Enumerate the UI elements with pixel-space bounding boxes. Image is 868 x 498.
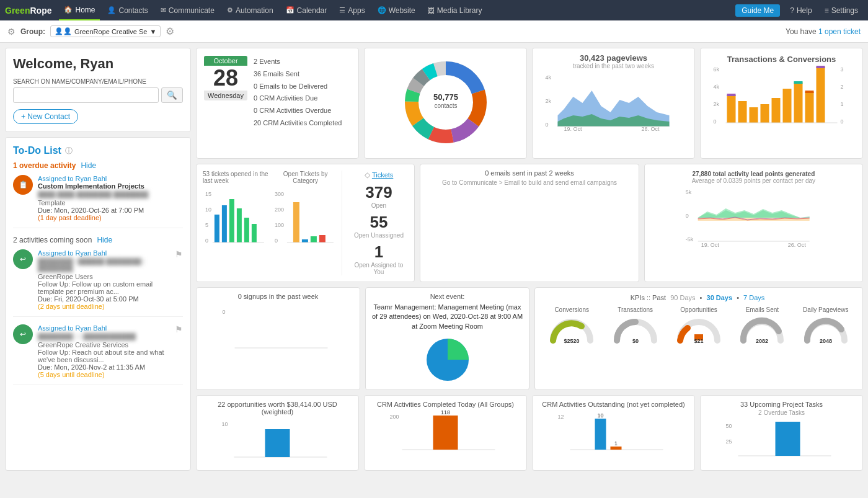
svg-text:0: 0 [841, 118, 844, 125]
nav-help[interactable]: ? Help [785, 0, 817, 20]
upcoming-link-1[interactable]: Assigned to Ryan Bahl [38, 249, 170, 257]
kpi-emails-gauge: 2082 [737, 316, 787, 347]
svg-rect-38 [817, 67, 825, 123]
svg-text:4k: 4k [714, 84, 720, 90]
upcoming-followup-2: Follow Up: Reach out about site and what… [38, 349, 170, 363]
svg-text:0: 0 [546, 122, 549, 128]
svg-rect-62 [319, 235, 326, 242]
ticket-notice: You have 1 open ticket [786, 27, 861, 36]
settings-gear-icon: ⚙ [7, 27, 16, 37]
hide-coming-soon-link[interactable]: Hide [97, 236, 112, 244]
svg-rect-91 [595, 419, 606, 450]
next-event-widget: Next event: Teamr Management: Management… [365, 287, 529, 390]
svg-rect-87 [433, 416, 458, 450]
guide-me-button[interactable]: Guide Me [735, 4, 780, 17]
settings-icon: ≡ [825, 6, 829, 15]
kpi-emails-label: Emails Sent [732, 306, 792, 313]
nav-media[interactable]: 🖼 Media Library [423, 0, 487, 20]
chevron-down-icon: ▼ [149, 28, 156, 35]
upcoming-due-1: Due: Fri, 2020-Oct-30 at 5:00 PM [38, 295, 170, 303]
svg-text:25: 25 [726, 438, 732, 445]
svg-text:300: 300 [275, 191, 284, 197]
kpi-7days[interactable]: 7 Days [743, 294, 764, 301]
svg-rect-84 [265, 429, 290, 457]
svg-text:$0: $0 [632, 338, 639, 344]
upcoming-activity-1: ↩ Assigned to Ryan Bahl ████████ | █████… [13, 249, 183, 317]
kpi-30days[interactable]: 30 Days [707, 294, 733, 301]
cal-day: Wednesday [204, 91, 247, 100]
search-button[interactable]: 🔍 [161, 87, 183, 103]
transactions-widget: Transactions & Conversions 6k 4k 2k 0 3 … [700, 48, 863, 159]
project-tasks-sub: 2 Overdue Tasks [706, 409, 857, 416]
group-selector[interactable]: 👤👤 GreenRope Creative Se ▼ [50, 25, 161, 37]
crm-completed-count: 20 CRM Activities Completed [254, 117, 342, 130]
kpi-90days[interactable]: 90 Days [670, 294, 695, 301]
nav-calendar[interactable]: 📅 Calendar [281, 0, 332, 20]
nav-automation[interactable]: ⚙ Automation [222, 0, 278, 20]
bottom-row: 22 opportunities worth $38,414.00 USD (w… [196, 395, 863, 471]
project-tasks-chart: 50 25 [706, 419, 857, 459]
nav-apps[interactable]: ☰ Apps [334, 0, 370, 20]
emails-sent-count: 36 Emails Sent [254, 68, 342, 81]
activity-blurred: ████ ████ ████████ ████████ [38, 191, 183, 198]
tickets-link[interactable]: Tickets [372, 171, 393, 179]
help-icon: ? [790, 6, 794, 15]
search-input[interactable] [13, 87, 159, 103]
svg-rect-37 [805, 92, 814, 123]
upcoming-blur-1: ████████ | ██████ ████████ |████████ [38, 258, 170, 272]
automation-icon: ⚙ [227, 6, 233, 14]
donut-chart-widget: 50,775 contacts [364, 48, 527, 159]
events-count: 2 Events [254, 56, 342, 68]
svg-rect-59 [293, 202, 299, 242]
tickets-opened-title: 53 tickets opened in the last week [203, 171, 270, 184]
svg-text:26. Oct: 26. Oct [787, 242, 806, 248]
new-contact-button[interactable]: + New Contact [13, 109, 78, 124]
search-row: 🔍 [13, 87, 183, 103]
crm-completed-widget: CRM Activities Completed Today (All Grou… [364, 395, 527, 471]
nav-contacts[interactable]: 👤 Contacts [102, 0, 153, 20]
svg-text:5k: 5k [685, 189, 691, 195]
svg-text:118: 118 [441, 409, 450, 416]
svg-text:0: 0 [205, 238, 208, 244]
kpi-opportunities-gauge: $21 [674, 316, 724, 347]
project-tasks-title: 33 Upcoming Project Tasks [706, 401, 857, 408]
nav-settings[interactable]: ≡ Settings [820, 0, 863, 20]
cal-stats: 2 Events 36 Emails Sent 0 Emails to be D… [254, 56, 342, 130]
ticket-link[interactable]: 1 open ticket [818, 27, 861, 36]
coming-soon-header: 2 activities coming soon Hide [13, 236, 183, 244]
activity-assigned-link[interactable]: Assigned to Ryan Bahl [38, 175, 183, 182]
group-settings-icon[interactable]: ⚙ [166, 25, 174, 37]
signups-widget: 0 signups in the past week 0 [196, 287, 360, 390]
kpi-opportunities-label: Opportunities [668, 306, 729, 313]
nav-communicate[interactable]: ✉ Communicate [156, 0, 219, 20]
sub-nav: ⚙ Group: 👤👤 GreenRope Creative Se ▼ ⚙ Yo… [0, 20, 868, 43]
svg-rect-35 [783, 89, 792, 123]
overdue-activity-content: Assigned to Ryan Bahl Custom Implementat… [38, 175, 183, 221]
tickets-bar-chart: 15 10 5 0 [203, 187, 270, 261]
upcoming-link-2[interactable]: Assigned to Ryan Bahl [38, 324, 170, 332]
tickets-category-chart: 300 200 100 0 [272, 187, 339, 261]
search-icon: 🔍 [167, 91, 177, 100]
project-tasks-widget: 33 Upcoming Project Tasks 2 Overdue Task… [700, 395, 863, 471]
nav-home[interactable]: 🏠 Home [59, 0, 100, 20]
home-icon: 🏠 [64, 6, 73, 14]
kpi-conversions: Conversions $2520 [541, 306, 602, 349]
welcome-card: Welcome, Ryan SEARCH On Name/Company/Ema… [5, 48, 191, 132]
hide-overdue-link[interactable]: Hide [81, 161, 96, 170]
upcoming-icon-1: ↩ [13, 249, 33, 269]
nav-website[interactable]: 🌐 Website [373, 0, 420, 20]
logo[interactable]: GreenRope [5, 6, 51, 16]
group-icons: 👤👤 [55, 27, 72, 35]
opps-chart: 10 [202, 417, 353, 463]
tickets-unassigned-label: Open Unassigned [350, 232, 409, 239]
svg-rect-33 [761, 104, 769, 123]
upcoming-group-1: GreenRope Users [38, 273, 170, 280]
svg-rect-61 [311, 236, 317, 242]
activity-points-sub: Average of 0.0339 points per contact per… [651, 177, 856, 184]
svg-rect-41 [805, 91, 814, 93]
tickets-diamond-icon: ◇ [365, 171, 370, 179]
kpi-daily-pageviews: Daily Pageviews 2048 [795, 306, 856, 349]
emails-widget: 0 emails sent in past 2 weeks Go to Comm… [420, 164, 639, 282]
svg-text:10: 10 [222, 421, 228, 427]
crm-due-count: 0 CRM Activities Due [254, 92, 342, 105]
